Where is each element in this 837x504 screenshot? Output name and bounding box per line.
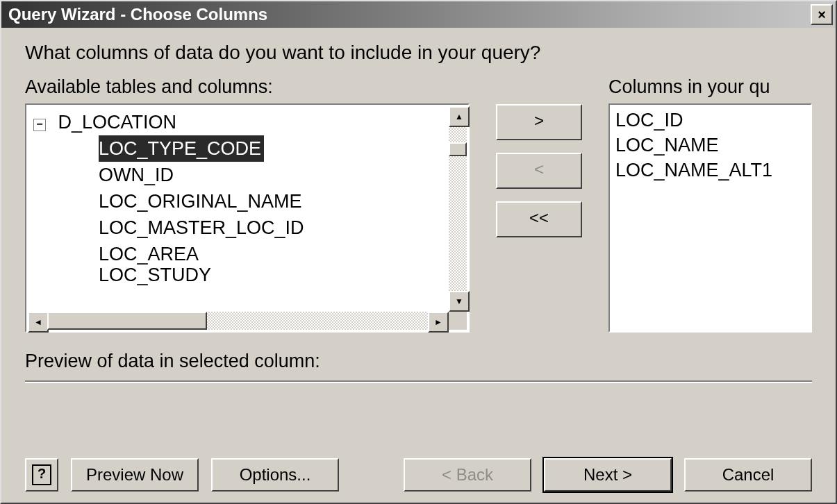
column-name: LOC_TYPE_CODE xyxy=(99,138,261,159)
button-label: Options... xyxy=(240,465,311,485)
query-wizard-dialog: Query Wizard - Choose Columns × What col… xyxy=(0,0,837,504)
column-row[interactable]: LOC_STUDY xyxy=(33,262,443,288)
back-button[interactable]: < Back xyxy=(404,458,531,492)
list-item-label: LOC_ID xyxy=(615,110,683,131)
close-button[interactable]: × xyxy=(811,4,833,25)
table-row[interactable]: − D_LOCATION xyxy=(33,109,443,135)
list-item-label: LOC_NAME xyxy=(615,135,719,156)
scroll-thumb[interactable] xyxy=(47,312,207,330)
available-label: Available tables and columns: xyxy=(25,76,470,98)
remove-icon: < xyxy=(534,160,544,179)
scroll-right-icon: ► xyxy=(434,317,442,327)
column-row[interactable]: LOC_ORIGINAL_NAME xyxy=(33,188,443,215)
close-icon: × xyxy=(818,8,826,22)
footer-buttons: ? Preview Now Options... < Back Next > C… xyxy=(25,458,812,492)
add-button[interactable]: > xyxy=(496,104,582,140)
scroll-corner xyxy=(449,312,467,330)
preview-label: Preview of data in selected column: xyxy=(25,351,812,372)
scroll-down-icon: ▼ xyxy=(455,296,463,306)
vertical-scrollbar[interactable]: ▲ ▼ xyxy=(449,106,467,312)
column-row[interactable]: OWN_ID xyxy=(33,162,443,188)
button-label: Next > xyxy=(583,465,632,485)
selected-label: Columns in your qu xyxy=(608,76,812,98)
scroll-thumb[interactable] xyxy=(449,142,467,156)
help-icon: ? xyxy=(32,464,51,485)
columns-row: Available tables and columns: − D_LOCATI… xyxy=(25,76,812,333)
move-buttons: > < << xyxy=(470,76,608,237)
add-icon: > xyxy=(534,111,544,131)
remove-all-icon: << xyxy=(529,208,549,228)
button-label: Preview Now xyxy=(86,465,183,485)
remove-all-button[interactable]: << xyxy=(496,201,582,237)
cancel-button[interactable]: Cancel xyxy=(684,458,812,492)
available-listbox[interactable]: − D_LOCATION LOC_TYPE_CODE OWN_ID LOC_OR… xyxy=(25,103,470,333)
scroll-left-button[interactable]: ◄ xyxy=(28,312,49,333)
button-label: < Back xyxy=(442,465,493,485)
dialog-body: What columns of data do you want to incl… xyxy=(1,28,836,503)
list-item[interactable]: LOC_NAME xyxy=(615,133,805,158)
next-button[interactable]: Next > xyxy=(544,458,672,492)
scroll-up-button[interactable]: ▲ xyxy=(449,106,470,127)
scroll-left-icon: ◄ xyxy=(34,317,42,327)
titlebar: Query Wizard - Choose Columns × xyxy=(1,1,836,28)
divider xyxy=(25,380,812,383)
prompt-text: What columns of data do you want to incl… xyxy=(25,42,812,64)
scroll-down-button[interactable]: ▼ xyxy=(449,291,470,312)
column-name: LOC_STUDY xyxy=(99,264,211,285)
column-row[interactable]: LOC_MASTER_LOC_ID xyxy=(33,215,443,241)
preview-now-button[interactable]: Preview Now xyxy=(71,458,199,492)
column-row[interactable]: LOC_TYPE_CODE xyxy=(99,135,264,162)
scroll-up-icon: ▲ xyxy=(455,112,463,121)
remove-button[interactable]: < xyxy=(496,153,582,189)
available-tree: − D_LOCATION LOC_TYPE_CODE OWN_ID LOC_OR… xyxy=(28,106,449,312)
scroll-right-button[interactable]: ► xyxy=(428,312,449,333)
column-name: OWN_ID xyxy=(99,165,174,185)
list-item[interactable]: LOC_NAME_ALT1 xyxy=(615,158,805,183)
list-item[interactable]: LOC_ID xyxy=(615,108,805,133)
options-button[interactable]: Options... xyxy=(211,458,339,492)
collapse-icon[interactable]: − xyxy=(33,119,46,131)
list-item-label: LOC_NAME_ALT1 xyxy=(615,160,772,180)
table-name: D_LOCATION xyxy=(58,112,177,133)
window-title: Query Wizard - Choose Columns xyxy=(8,5,267,24)
button-label: Cancel xyxy=(722,465,774,485)
help-button[interactable]: ? xyxy=(25,458,58,492)
horizontal-scrollbar[interactable]: ◄ ► xyxy=(28,312,467,330)
column-name: LOC_MASTER_LOC_ID xyxy=(99,217,304,238)
selected-section: Columns in your qu LOC_ID LOC_NAME LOC_N… xyxy=(608,76,812,333)
available-section: Available tables and columns: − D_LOCATI… xyxy=(25,76,470,333)
column-name: LOC_ORIGINAL_NAME xyxy=(99,191,302,212)
selected-listbox[interactable]: LOC_ID LOC_NAME LOC_NAME_ALT1 xyxy=(608,103,812,333)
